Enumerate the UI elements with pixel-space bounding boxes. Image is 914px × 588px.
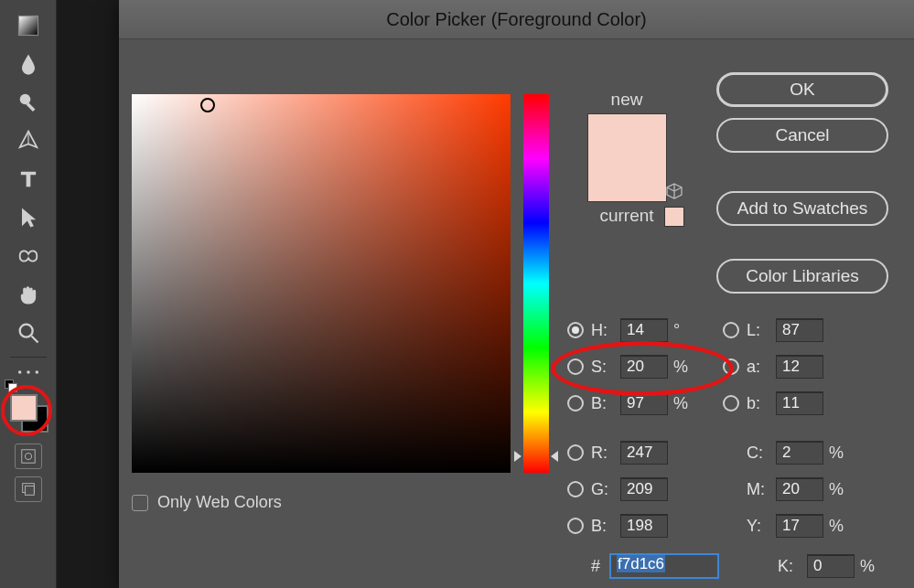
custom-shape-tool[interactable]: [10, 238, 47, 274]
path-selection-tool[interactable]: [10, 199, 47, 236]
zoom-tool[interactable]: [10, 315, 47, 351]
input-c[interactable]: [776, 441, 823, 465]
quick-mask-tool[interactable]: [15, 444, 42, 469]
hue-slider-arrow-left: [514, 451, 522, 462]
label-a: a:: [747, 358, 776, 377]
preview-box[interactable]: [587, 113, 667, 202]
label-s: S:: [591, 358, 620, 377]
input-m[interactable]: [776, 477, 823, 501]
dialog-title: Color Picker (Foreground Color): [119, 0, 914, 39]
color-field[interactable]: [132, 94, 511, 473]
default-colors-icon[interactable]: [5, 380, 19, 390]
blur-tool[interactable]: [10, 46, 47, 82]
cancel-button[interactable]: Cancel: [716, 118, 888, 153]
input-b-hsb[interactable]: [620, 391, 668, 415]
edit-toolbar[interactable]: [10, 363, 47, 381]
svg-point-4: [19, 325, 32, 337]
label-h: H:: [591, 321, 620, 340]
new-label: new: [572, 90, 682, 110]
label-m: M:: [747, 480, 776, 499]
input-h[interactable]: [620, 318, 668, 342]
input-k[interactable]: [807, 554, 855, 578]
unit-b-hsb: %: [673, 394, 695, 413]
label-b-lab: b:: [747, 394, 776, 413]
input-s[interactable]: [620, 355, 668, 379]
foreground-background-swatch[interactable]: [6, 390, 50, 434]
color-picker-dialog: Color Picker (Foreground Color) new curr…: [119, 0, 914, 588]
input-y[interactable]: [776, 514, 823, 538]
gamut-warning-icon[interactable]: [664, 181, 684, 201]
input-l[interactable]: [776, 318, 823, 342]
svg-point-8: [35, 370, 38, 374]
color-field-indicator: [200, 98, 215, 112]
svg-rect-12: [25, 486, 34, 495]
hue-slider-arrow-right: [551, 451, 558, 462]
svg-point-6: [17, 370, 21, 374]
svg-rect-2: [26, 102, 35, 112]
input-hex[interactable]: f7d1c6: [609, 553, 719, 579]
label-hex: #: [591, 557, 609, 576]
color-fields: H: ° L: S: % a:: [567, 312, 897, 584]
pen-tool[interactable]: [10, 123, 47, 159]
radio-a[interactable]: [723, 358, 739, 375]
radio-r[interactable]: [567, 444, 584, 461]
radio-b-hsb[interactable]: [567, 395, 584, 412]
label-c: C:: [747, 444, 776, 463]
label-y: Y:: [747, 517, 776, 536]
toolbar-divider: [10, 357, 47, 358]
svg-point-7: [27, 370, 30, 374]
input-b-lab[interactable]: [776, 391, 823, 415]
input-a[interactable]: [776, 355, 823, 379]
type-tool[interactable]: [10, 161, 47, 198]
preview-new: [588, 114, 666, 158]
label-r: R:: [591, 444, 620, 463]
preview-current: [588, 158, 666, 202]
toolbar: [0, 0, 57, 588]
radio-l[interactable]: [723, 322, 739, 338]
ok-button[interactable]: OK: [716, 72, 888, 107]
input-r[interactable]: [620, 441, 668, 465]
label-l: L:: [747, 321, 776, 340]
unit-c: %: [829, 444, 851, 463]
svg-point-10: [25, 453, 31, 459]
unit-m: %: [829, 480, 851, 499]
radio-b-rgb[interactable]: [567, 518, 584, 534]
only-web-colors-label: Only Web Colors: [157, 493, 282, 512]
hand-tool[interactable]: [10, 276, 47, 313]
unit-h: °: [673, 321, 695, 340]
only-web-colors-checkbox[interactable]: [132, 495, 148, 511]
label-b-hsb: B:: [591, 394, 620, 413]
input-g[interactable]: [620, 477, 668, 501]
screen-mode-tool[interactable]: [15, 476, 42, 502]
unit-s: %: [673, 358, 695, 377]
radio-h[interactable]: [567, 322, 584, 338]
foreground-color-swatch[interactable]: [10, 394, 38, 422]
add-to-swatches-button[interactable]: Add to Swatches: [716, 191, 888, 226]
gradient-tool[interactable]: [10, 7, 47, 44]
dialog-body: new current Only Web Colors OK Cancel Ad…: [119, 39, 914, 91]
only-web-colors[interactable]: Only Web Colors: [132, 493, 282, 512]
svg-line-5: [31, 337, 38, 343]
hue-slider[interactable]: [523, 94, 549, 473]
unit-y: %: [829, 517, 851, 536]
label-k: K:: [778, 557, 807, 576]
radio-b-lab[interactable]: [723, 395, 739, 412]
input-b-rgb[interactable]: [620, 514, 668, 538]
color-libraries-button[interactable]: Color Libraries: [716, 259, 888, 294]
label-g: G:: [591, 480, 620, 499]
unit-k: %: [860, 557, 882, 576]
label-b-rgb: B:: [591, 517, 620, 536]
dodge-tool[interactable]: [10, 84, 47, 121]
svg-rect-9: [21, 450, 34, 463]
svg-rect-0: [18, 16, 38, 36]
radio-s[interactable]: [567, 358, 584, 375]
gamut-swatch[interactable]: [664, 207, 684, 227]
radio-g[interactable]: [567, 481, 584, 497]
